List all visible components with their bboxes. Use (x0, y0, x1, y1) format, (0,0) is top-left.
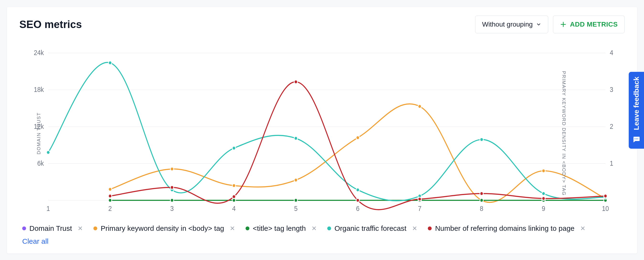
svg-text:5: 5 (294, 205, 298, 213)
plus-icon (560, 21, 566, 28)
svg-text:9: 9 (542, 205, 545, 213)
svg-point-61 (604, 194, 607, 198)
svg-point-44 (108, 61, 112, 65)
svg-point-62 (634, 139, 636, 140)
svg-text:7: 7 (418, 205, 422, 213)
line-chart: 6k12k18k24k123412345678910 (19, 48, 625, 219)
speech-bubble-icon (632, 135, 641, 144)
svg-point-35 (170, 198, 174, 202)
legend-item-domain-trust[interactable]: Domain Trust ✕ (22, 224, 83, 232)
remove-series-button[interactable]: ✕ (230, 225, 235, 232)
legend-label: Organic traffic forecast (334, 224, 406, 232)
dot-icon (327, 226, 331, 230)
svg-point-64 (637, 139, 638, 140)
dot-icon (428, 226, 432, 230)
dot-icon (22, 226, 26, 230)
svg-text:4: 4 (610, 49, 614, 57)
chart-legend: Domain Trust ✕ Primary keyword density i… (7, 219, 637, 235)
legend-label: Number of referring domains linking to p… (435, 224, 574, 232)
svg-text:1: 1 (610, 160, 614, 167)
y-axis-label: DOMAIN TRUST (36, 112, 42, 154)
chevron-down-icon (536, 22, 541, 27)
legend-item-title-length[interactable]: <title> tag length ✕ (246, 224, 317, 232)
svg-point-27 (232, 184, 236, 187)
legend-item-organic-traffic[interactable]: Organic traffic forecast ✕ (327, 224, 417, 232)
svg-text:3: 3 (170, 205, 174, 213)
svg-point-37 (294, 198, 298, 202)
clear-all-link[interactable]: Clear all (22, 237, 48, 245)
svg-point-60 (542, 197, 545, 200)
remove-series-button[interactable]: ✕ (312, 225, 317, 232)
svg-point-34 (108, 198, 112, 202)
svg-text:18k: 18k (34, 86, 44, 94)
leave-feedback-label: Leave feedback (632, 77, 640, 130)
svg-text:3: 3 (610, 86, 614, 94)
dot-icon (246, 226, 250, 230)
svg-point-50 (480, 138, 483, 142)
svg-text:8: 8 (480, 205, 484, 213)
svg-point-51 (542, 192, 545, 196)
legend-label: <title> tag length (253, 224, 306, 232)
svg-point-40 (480, 198, 483, 202)
leave-feedback-button[interactable]: Leave feedback (629, 72, 644, 149)
grouping-select-label: Without grouping (482, 21, 533, 28)
add-metrics-button[interactable]: ADD METRICS (553, 16, 625, 33)
svg-point-55 (232, 195, 236, 198)
svg-point-47 (294, 137, 298, 140)
svg-point-54 (170, 186, 174, 189)
svg-point-32 (542, 169, 545, 173)
grouping-select[interactable]: Without grouping (475, 16, 548, 33)
svg-point-46 (232, 146, 236, 150)
chart-area: DOMAIN TRUST PRIMARY KEYWORD DENSITY IN … (19, 48, 625, 219)
svg-point-57 (356, 198, 360, 202)
svg-point-26 (170, 167, 174, 171)
remove-series-button[interactable]: ✕ (412, 225, 417, 232)
legend-label: Primary keyword density in <body> tag (100, 224, 224, 232)
svg-text:10: 10 (602, 205, 609, 213)
page-title: SEO metrics (19, 19, 82, 30)
svg-text:6: 6 (356, 205, 360, 213)
svg-point-58 (418, 197, 421, 201)
svg-point-43 (46, 151, 50, 154)
svg-text:24k: 24k (34, 49, 44, 57)
remove-series-button[interactable]: ✕ (580, 225, 586, 232)
legend-label: Domain Trust (30, 224, 72, 232)
svg-text:2: 2 (610, 122, 614, 131)
seo-metrics-card: SEO metrics Without grouping ADD METRICS… (7, 7, 637, 254)
svg-point-29 (356, 136, 360, 140)
svg-point-59 (480, 192, 483, 196)
svg-point-25 (108, 187, 112, 191)
svg-point-56 (294, 80, 298, 84)
svg-point-63 (636, 139, 637, 140)
svg-point-28 (294, 178, 298, 182)
svg-text:2: 2 (108, 205, 112, 213)
svg-point-53 (108, 194, 112, 198)
add-metrics-label: ADD METRICS (570, 21, 618, 28)
remove-series-button[interactable]: ✕ (78, 225, 83, 232)
svg-point-48 (356, 188, 360, 192)
legend-item-keyword-density[interactable]: Primary keyword density in <body> tag ✕ (94, 224, 235, 232)
svg-point-30 (418, 105, 421, 108)
dot-icon (94, 226, 97, 230)
svg-text:6k: 6k (37, 160, 44, 167)
legend-item-referring-domains[interactable]: Number of referring domains linking to p… (428, 224, 586, 232)
svg-text:4: 4 (232, 205, 236, 213)
y2-axis-label: PRIMARY KEYWORD DENSITY IN <BODY> TAG (561, 71, 566, 196)
svg-point-36 (232, 198, 236, 202)
svg-text:1: 1 (46, 205, 50, 213)
